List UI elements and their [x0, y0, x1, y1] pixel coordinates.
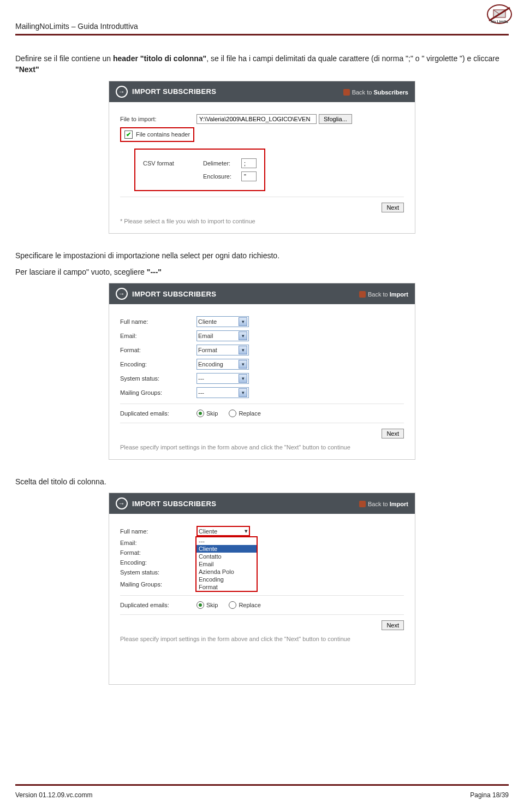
dropdown-option[interactable]: Cliente: [196, 545, 257, 553]
select-value: Encoding: [198, 361, 223, 368]
encoding-select[interactable]: Encoding▾: [196, 359, 249, 370]
dropdown-option[interactable]: Format: [196, 583, 257, 591]
format-label: Format:: [120, 549, 196, 556]
footer-version: Version 01.12.09.vc.comm: [15, 791, 92, 799]
select-value: Cliente: [199, 528, 217, 535]
replace-radio[interactable]: [229, 601, 236, 609]
fullname-select-open[interactable]: Cliente▾: [196, 526, 250, 536]
panel-title: IMPORT SUBSCRIBERS: [132, 290, 216, 298]
chevron-down-icon: ▾: [239, 331, 247, 340]
import-panel-2: →IMPORT SUBSCRIBERS Back to Import Full …: [109, 283, 415, 460]
delimiter-input[interactable]: [241, 158, 257, 168]
status-label: System status:: [120, 569, 196, 576]
text-bold: "---": [147, 268, 162, 276]
next-button[interactable]: Next: [382, 203, 404, 212]
file-import-input[interactable]: [196, 114, 317, 124]
dropdown-list: --- Cliente Contatto Email Azienda Polo …: [195, 536, 258, 592]
text-bold: "Next": [15, 65, 39, 74]
enclosure-input[interactable]: [241, 171, 257, 181]
groups-label: Mailing Groups:: [120, 581, 196, 588]
select-value: Cliente: [198, 318, 217, 325]
encoding-label: Encoding:: [120, 559, 196, 566]
skip-radio[interactable]: [196, 410, 204, 417]
panel-title: IMPORT SUBSCRIBERS: [132, 500, 216, 508]
back-prefix: Back to: [368, 501, 390, 507]
back-link[interactable]: Back to Import: [359, 290, 408, 298]
chevron-down-icon: ▾: [239, 388, 247, 397]
next-button[interactable]: Next: [382, 429, 404, 438]
hint-text: * Please select a file you wish to impor…: [120, 218, 404, 224]
select-value: Format: [198, 347, 217, 353]
duplicated-label: Duplicated emails:: [120, 602, 196, 608]
enclosure-label: Enclosure:: [203, 173, 241, 180]
hint-text: Please specify import settings in the fo…: [120, 636, 404, 642]
replace-label: Replace: [239, 410, 260, 417]
groups-select[interactable]: ---▾: [196, 387, 249, 398]
encoding-label: Encoding:: [120, 361, 196, 368]
intro-paragraph: Definire se il file contiene un header "…: [15, 53, 509, 75]
text-bold: header "titolo di colonna": [113, 54, 206, 63]
back-link[interactable]: Back to Import: [359, 500, 408, 507]
back-icon: [359, 501, 366, 507]
back-prefix: Back to: [368, 291, 390, 298]
dropdown-option[interactable]: Contatto: [196, 553, 257, 560]
arrow-right-icon: →: [116, 288, 128, 300]
format-select[interactable]: Format▾: [196, 345, 249, 355]
skip-radio[interactable]: [196, 601, 204, 609]
arrow-right-icon: →: [116, 497, 128, 509]
dropdown-option[interactable]: Azienda Polo: [196, 568, 257, 576]
panel-title: IMPORT SUBSCRIBERS: [132, 87, 216, 96]
replace-label: Replace: [239, 602, 260, 608]
fullname-select[interactable]: Cliente▾: [196, 316, 249, 327]
duplicated-label: Duplicated emails:: [120, 410, 196, 417]
chevron-down-icon: ▾: [245, 527, 248, 535]
dropdown-option[interactable]: Encoding: [196, 576, 257, 583]
svg-text:No Limits: No Limits: [491, 20, 508, 23]
select-value: ---: [198, 375, 204, 382]
text: Per lasciare il campo" vuoto, scegliere: [15, 268, 147, 276]
status-select[interactable]: ---▾: [196, 373, 249, 384]
status-label: System status:: [120, 375, 196, 382]
select-value: ---: [198, 389, 204, 396]
brand-logo: No Limits: [486, 3, 513, 25]
back-icon: [343, 89, 350, 96]
back-target: Subscribers: [373, 89, 408, 96]
dropdown-option[interactable]: ---: [196, 537, 257, 545]
chevron-down-icon: ▾: [239, 360, 247, 369]
mid2-paragraph: Scelta del titolo di colonna.: [15, 476, 509, 487]
doc-header-title: MailingNoLimits – Guida Introduttiva: [15, 22, 509, 31]
back-link[interactable]: Back to Subscribers: [343, 88, 408, 96]
browse-button[interactable]: Sfoglia...: [319, 114, 352, 124]
footer-page: Pagina 18/39: [470, 791, 509, 799]
format-label: Format:: [120, 347, 196, 353]
chevron-down-icon: ▾: [239, 374, 247, 383]
header-checkbox[interactable]: ✔: [124, 131, 133, 139]
back-icon: [359, 291, 366, 298]
email-select[interactable]: Email▾: [196, 330, 249, 341]
hint-text: Please specify import settings in the fo…: [120, 444, 404, 451]
header-rule: [15, 34, 509, 35]
next-button[interactable]: Next: [382, 620, 404, 630]
replace-radio[interactable]: [229, 410, 236, 417]
chevron-down-icon: ▾: [239, 346, 247, 354]
back-target: Import: [390, 291, 408, 298]
arrow-right-icon: →: [116, 86, 128, 98]
dropdown-option[interactable]: Email: [196, 560, 257, 568]
footer-rule: [15, 784, 509, 786]
fullname-label: Full name:: [120, 528, 196, 535]
email-label: Email:: [120, 333, 196, 339]
back-target: Import: [390, 501, 408, 507]
import-panel-1: →IMPORT SUBSCRIBERS Back to Subscribers …: [109, 81, 415, 234]
file-import-label: File to import:: [120, 116, 196, 122]
mid-paragraph-1: Specificare le impostazioni di importazi…: [15, 250, 509, 261]
email-label: Email:: [120, 540, 196, 546]
skip-label: Skip: [206, 410, 218, 417]
delimiter-label: Delimeter:: [203, 160, 241, 167]
header-checkbox-label: File contains header: [136, 131, 190, 138]
import-panel-3: →IMPORT SUBSCRIBERS Back to Import Full …: [109, 493, 415, 685]
groups-label: Mailing Groups:: [120, 389, 196, 396]
text: Definire se il file contiene un: [15, 54, 113, 63]
back-prefix: Back to: [352, 89, 374, 96]
chevron-down-icon: ▾: [239, 317, 247, 326]
csv-format-label: CSV format: [143, 160, 203, 167]
